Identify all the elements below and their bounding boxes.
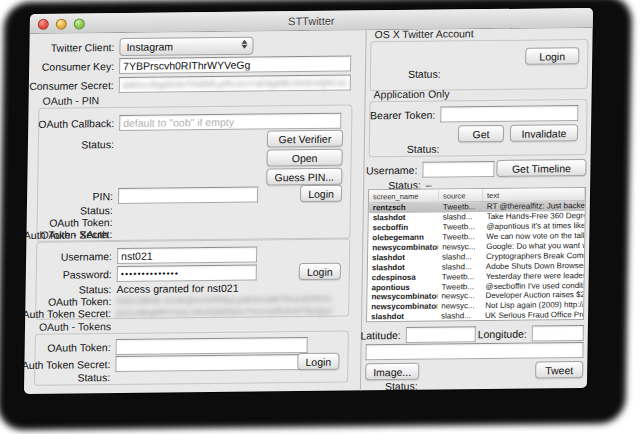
application-only-box: Application Only Bearer Token: Get Inval…	[369, 99, 588, 157]
table-cell: Developer Auction raises $2.7M f...	[481, 290, 583, 300]
table-cell: newsyc...	[437, 292, 481, 301]
table-cell: We can now vote on the talk prop...	[482, 231, 584, 241]
table-cell: Not Lisp again (2009) http://t.co...	[481, 300, 583, 310]
table-cell: olebegemann	[368, 233, 438, 243]
oauth-tokens-box-title: OAuth - Tokens	[39, 320, 111, 333]
xauth-status-label: Status:	[36, 283, 116, 296]
table-cell: Google: Do what you want with R...	[482, 241, 584, 251]
table-cell: slashdot	[368, 262, 438, 272]
right-panel: OS X Twitter Account Login Status: Appli…	[361, 28, 593, 390]
tokens-oauth-token-label: OAuth Token:	[36, 341, 116, 354]
xauth-username-input[interactable]	[117, 246, 257, 263]
table-cell: Tweetb...	[438, 222, 482, 231]
tweet-button[interactable]: Tweet	[535, 361, 583, 379]
latitude-label: Latitude:	[362, 328, 406, 340]
popup-arrows-icon	[241, 39, 247, 48]
window-title: STTwitter	[30, 12, 593, 30]
table-cell: rentzsch	[369, 203, 439, 213]
app-window: STTwitter Twitter Client: Instagram Cons…	[24, 8, 593, 394]
window-scene: STTwitter Twitter Client: Instagram Cons…	[24, 8, 593, 394]
consumer-key-input[interactable]	[119, 55, 351, 73]
timeline-username-label: Username:	[364, 163, 422, 176]
column-header-source[interactable]: source	[439, 189, 483, 201]
get-timeline-button[interactable]: Get Timeline	[496, 159, 586, 177]
image-button[interactable]: Image...	[365, 363, 419, 381]
consumer-secret-input[interactable]: aW1xJhqZK8vT0dNfLpRc2uYsE9gMbJ4nDoQkCeeQ…	[119, 74, 351, 92]
tokens-oauth-token-input[interactable]	[116, 336, 308, 354]
get-verifier-button[interactable]: Get Verifier	[267, 130, 343, 148]
pin-status2-label: Status:	[38, 204, 118, 217]
pin-status-label: Status:	[39, 138, 119, 151]
oauth-pin-box: OAuth - PIN OAuth Callback: Status: Get …	[36, 105, 352, 242]
twitter-client-popup[interactable]: Instagram	[119, 36, 253, 55]
latitude-input[interactable]	[406, 326, 476, 343]
invalidate-button[interactable]: Invalidate	[510, 124, 578, 142]
timeline-table-body: rentzschTweetb...RT @therealfitz: Just b…	[367, 201, 585, 322]
bearer-token-input[interactable]	[440, 105, 578, 122]
open-button[interactable]: Open	[267, 149, 343, 167]
compose-status-label: Status:	[385, 380, 418, 392]
table-cell: secboffin	[368, 223, 438, 233]
table-cell: newsyc...	[438, 242, 482, 251]
table-cell: Take Hands-Free 360 Degree Pan...	[483, 211, 585, 221]
table-cell: @secboffin I've used conditional...	[481, 281, 583, 291]
column-header-text[interactable]: text	[483, 188, 585, 201]
table-cell: slashdot	[367, 312, 437, 322]
osx-status-label: Status:	[408, 68, 441, 80]
pin-login-button[interactable]: Login	[300, 185, 342, 202]
timeline-username-input[interactable]	[422, 161, 494, 178]
pin-input[interactable]	[118, 186, 258, 203]
twitter-client-label: Twitter Client:	[29, 41, 119, 54]
xauth-login-button[interactable]: Login	[299, 263, 341, 280]
tokens-status-label: Status:	[35, 371, 115, 384]
table-cell: Tweetb...	[437, 282, 481, 291]
table-cell: Adobe Shuts Down Browser Testi...	[482, 261, 584, 271]
tokens-login-button[interactable]: Login	[297, 353, 339, 370]
app-only-status-label: Status:	[407, 143, 440, 155]
column-header-screen_name[interactable]: screen_name	[369, 190, 439, 203]
oauth-tokens-box: OAuth - Tokens OAuth Token: OAuth Token …	[34, 331, 349, 386]
table-row[interactable]: slashdotslashd...UK Serious Fraud Office…	[367, 310, 583, 322]
consumer-secret-label: Consumer Secret:	[29, 79, 119, 92]
pin-label: PIN:	[38, 190, 118, 203]
pin-oauth-token-label: OAuth Token:	[38, 216, 118, 229]
table-cell: slashd...	[438, 252, 482, 261]
table-cell: apontious	[367, 282, 437, 292]
longitude-input[interactable]	[532, 325, 584, 342]
table-cell: Cryptographers Break Commonly...	[482, 251, 584, 261]
osx-login-button[interactable]: Login	[525, 47, 579, 65]
xauth-username-label: Username:	[37, 250, 117, 263]
timeline-table[interactable]: screen_namesourcetext rentzschTweetb...R…	[366, 187, 586, 322]
oauth-xauth-box-title: OAuth - XAuth	[40, 228, 108, 241]
left-panel: Twitter Client: Instagram Consumer Key: …	[24, 30, 366, 394]
tokens-oauth-token-secret-label: OAuth Token Secret:	[35, 358, 115, 371]
bearer-token-label: Bearer Token:	[370, 108, 440, 121]
oauth-callback-input[interactable]	[119, 112, 341, 130]
table-cell: slashd...	[437, 311, 481, 320]
consumer-key-label: Consumer Key:	[29, 60, 119, 73]
application-only-box-title: Application Only	[374, 87, 450, 100]
tweet-text-input[interactable]	[365, 342, 583, 360]
table-cell: newsycombinator	[367, 302, 437, 312]
table-cell: RT @therealfitz: Just backed @pa...	[483, 201, 585, 211]
xauth-password-input[interactable]	[117, 264, 257, 281]
table-cell: cdespinosa	[368, 272, 438, 282]
tokens-oauth-token-secret-input[interactable]	[115, 353, 307, 371]
get-button[interactable]: Get	[458, 125, 504, 142]
table-cell: Tweetb...	[438, 232, 482, 241]
oauth-callback-label: OAuth Callback:	[39, 117, 119, 130]
longitude-label: Longitude:	[476, 327, 532, 340]
osx-account-box-title: OS X Twitter Account	[375, 27, 474, 40]
oauth-pin-box-title: OAuth - PIN	[43, 94, 100, 107]
xauth-oauth-token-label: OAuth Token:	[36, 295, 116, 308]
xauth-password-label: Password:	[37, 268, 117, 281]
table-cell: slashdot	[369, 213, 439, 223]
xauth-oauth-token-secret-label: OAuth Token Secret:	[36, 307, 116, 320]
twitter-client-value: Instagram	[126, 40, 173, 52]
table-cell: Tweetb...	[438, 272, 482, 281]
osx-account-box: OS X Twitter Account Login Status:	[370, 39, 589, 91]
consumer-secret-blurred-value: aW1xJhqZK8vT0dNfLpRc2uYsE9gMbJ4nDoQkCeeQ…	[123, 77, 347, 89]
table-cell: UK Serious Fraud Office Probes A...	[481, 310, 583, 320]
guess-pin-button[interactable]: Guess PIN...	[266, 168, 342, 186]
table-cell: slashd...	[438, 262, 482, 271]
